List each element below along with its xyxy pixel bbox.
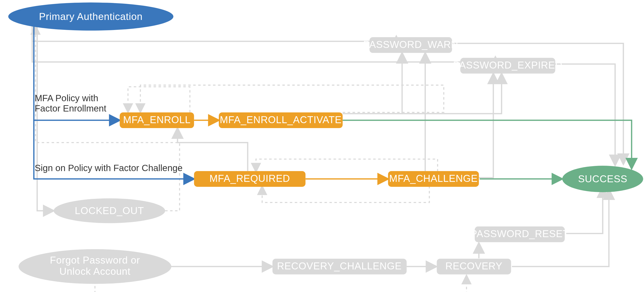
node-password-reset: PASSWORD_RESET bbox=[470, 226, 569, 242]
edge-mfa-challenge-loop-lower bbox=[262, 186, 429, 202]
edge-password-reset-to-success bbox=[566, 188, 602, 233]
edge-activate-to-success bbox=[343, 120, 632, 168]
edge-forgot-loop bbox=[95, 276, 466, 292]
node-mfa-challenge: MFA_CHALLENGE bbox=[388, 171, 479, 187]
label-mfa-required: MFA_REQUIRED bbox=[209, 173, 290, 184]
edge-start-to-locked-out bbox=[37, 25, 53, 211]
node-recovery: RECOVERY bbox=[437, 259, 511, 274]
node-mfa-enroll-activate: MFA_ENROLL_ACTIVATE bbox=[219, 112, 343, 128]
label-mfa-enroll: MFA_ENROLL bbox=[123, 114, 190, 125]
node-password-expired: PASSWORD_EXPIRED bbox=[453, 58, 562, 74]
label-forgot-1: Forgot Password or bbox=[50, 255, 140, 265]
edge-password-expired-to-success bbox=[555, 64, 615, 164]
node-password-warn: PASSWORD_WARN bbox=[363, 37, 458, 53]
node-forgot-password: Forgot Password or Unlock Account bbox=[18, 249, 171, 284]
node-mfa-enroll: MFA_ENROLL bbox=[120, 112, 194, 128]
label-password-expired: PASSWORD_EXPIRED bbox=[453, 60, 562, 71]
label-password-warn: PASSWORD_WARN bbox=[363, 39, 458, 50]
annotation-challenge: Sign on Policy with Factor Challenge bbox=[35, 163, 182, 173]
label-success: SUCCESS bbox=[578, 173, 628, 184]
edge-enroll-row-loop bbox=[140, 85, 444, 112]
label-mfa-enroll-activate: MFA_ENROLL_ACTIVATE bbox=[220, 114, 342, 125]
edge-mfa-required-to-enroll bbox=[178, 129, 248, 172]
label-forgot-2: Unlock Account bbox=[59, 266, 130, 277]
node-locked-out: LOCKED_OUT bbox=[54, 198, 165, 223]
auth-state-diagram: Primary Authentication SUCCESS Forgot Pa… bbox=[0, 0, 644, 292]
node-recovery-challenge: RECOVERY_CHALLENGE bbox=[272, 259, 407, 274]
label-mfa-challenge: MFA_CHALLENGE bbox=[389, 173, 478, 184]
edge-enroll-activate-back-to-enroll bbox=[128, 87, 190, 112]
label-recovery-challenge: RECOVERY_CHALLENGE bbox=[277, 260, 402, 271]
annotation-enroll-line1: MFA Policy with bbox=[35, 93, 98, 103]
edge-mfa-challenge-back-to-required bbox=[256, 159, 438, 172]
node-success: SUCCESS bbox=[562, 166, 643, 192]
annotation-enroll-line2: Factor Enrollment bbox=[35, 103, 106, 114]
edge-enroll-activate-to-password-warn bbox=[343, 54, 402, 114]
edge-enroll-activate-to-password-expired bbox=[402, 74, 502, 114]
label-password-reset: PASSWORD_RESET bbox=[470, 228, 569, 239]
node-mfa-required: MFA_REQUIRED bbox=[194, 171, 305, 187]
label-locked-out: LOCKED_OUT bbox=[75, 205, 144, 216]
node-primary-authentication: Primary Authentication bbox=[8, 3, 173, 31]
edge-mfa-challenge-to-password-expired bbox=[479, 74, 494, 178]
label-primary-authentication: Primary Authentication bbox=[39, 11, 142, 22]
label-recovery: RECOVERY bbox=[445, 260, 502, 271]
